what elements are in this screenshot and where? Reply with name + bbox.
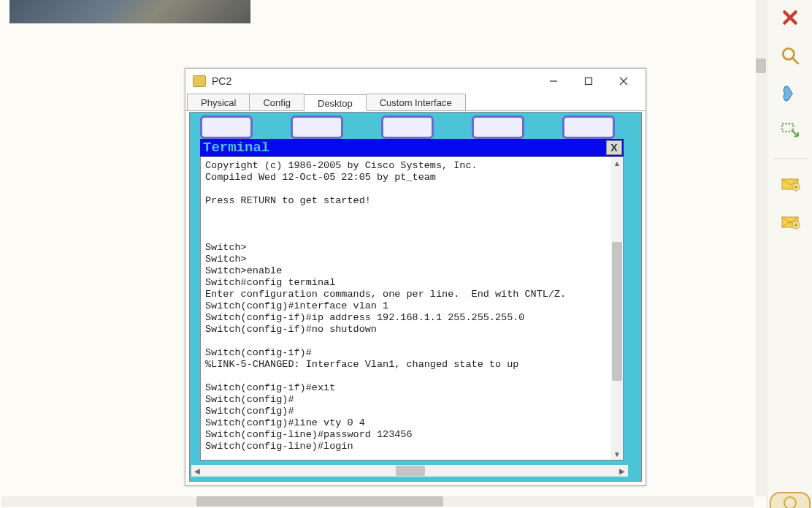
tab-custom-interface[interactable]: Custom Interface	[366, 94, 466, 110]
page-scrollbar-horizontal[interactable]	[1, 496, 754, 507]
webcam-preview	[9, 0, 250, 23]
tab-config[interactable]: Config	[249, 94, 304, 110]
scroll-track[interactable]	[203, 465, 616, 477]
toolbar-divider	[773, 158, 808, 159]
tab-physical[interactable]: Physical	[187, 94, 250, 110]
terminal-close-button[interactable]: X	[606, 140, 622, 155]
simulation-panel-handle[interactable]	[770, 492, 811, 508]
desktop-app[interactable]	[291, 115, 343, 139]
pc2-titlebar[interactable]: PC2	[185, 69, 646, 94]
add-simple-pdu-tool[interactable]	[777, 172, 803, 198]
terminal-output[interactable]: Copyright (c) 1986-2005 by Cisco Systems…	[205, 160, 611, 458]
tab-desktop[interactable]: Desktop	[304, 94, 367, 111]
scroll-up-icon[interactable]: ▲	[611, 157, 623, 169]
terminal-body: Copyright (c) 1986-2005 by Cisco Systems…	[200, 156, 624, 460]
desktop-app[interactable]	[562, 115, 615, 139]
place-note-tool[interactable]	[777, 80, 803, 107]
scrollbar-thumb[interactable]	[196, 496, 443, 507]
terminal-titlebar[interactable]: Terminal X	[200, 139, 624, 156]
scrollbar-thumb[interactable]	[756, 58, 766, 73]
scroll-right-icon[interactable]: ▶	[616, 465, 628, 477]
pc-icon	[193, 75, 206, 87]
svg-rect-12	[586, 78, 592, 85]
desktop-app-row	[200, 115, 615, 139]
desktop-app[interactable]	[381, 115, 434, 139]
terminal-title: Terminal	[203, 140, 269, 156]
right-toolbar	[767, 0, 812, 508]
pc2-window: PC2 Physical Config Desktop Custom Inter…	[185, 68, 646, 486]
desktop-scrollbar-horizontal[interactable]: ◀ ▶	[191, 465, 640, 477]
minimize-button[interactable]	[539, 71, 568, 91]
scroll-corner	[628, 465, 640, 477]
terminal-scrollbar-vertical[interactable]: ▲ ▼	[611, 157, 623, 460]
desktop-app[interactable]	[200, 115, 253, 139]
delete-tool[interactable]	[777, 4, 803, 31]
pc2-tabs: Physical Config Desktop Custom Interface	[185, 94, 646, 111]
desktop-panel: Terminal X Copyright (c) 1986-2005 by Ci…	[189, 112, 642, 482]
maximize-button[interactable]	[574, 71, 603, 91]
resize-tool[interactable]	[777, 118, 803, 145]
page-scrollbar-vertical[interactable]	[756, 0, 766, 496]
scrollbar-thumb[interactable]	[612, 242, 622, 381]
scroll-left-icon[interactable]: ◀	[191, 465, 203, 477]
magnify-tool[interactable]	[777, 42, 803, 69]
add-complex-pdu-tool[interactable]	[777, 210, 803, 236]
scrollbar-thumb[interactable]	[396, 466, 425, 476]
close-button[interactable]	[609, 71, 638, 91]
scroll-down-icon[interactable]: ▼	[611, 448, 623, 460]
svg-line-1	[792, 58, 798, 64]
window-title: PC2	[212, 75, 533, 87]
desktop-app[interactable]	[472, 115, 524, 139]
